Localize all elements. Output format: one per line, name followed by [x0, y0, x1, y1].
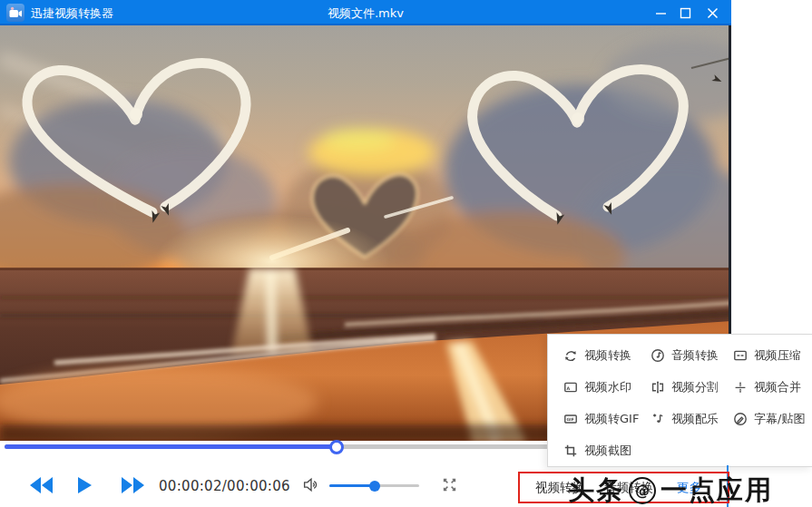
play-button[interactable]	[78, 477, 93, 497]
popup-item-label: 音频转换	[671, 347, 719, 364]
fast-forward-button[interactable]	[121, 477, 144, 497]
popup-item-subtitle-sticker[interactable]: 字幕/贴图	[733, 409, 805, 429]
popup-item-video-music[interactable]: 视频配乐	[651, 409, 719, 429]
popup-item-label: 视频配乐	[671, 411, 719, 427]
popup-item-audio-convert[interactable]: 音频转换	[651, 346, 719, 366]
footer-video-convert-button[interactable]: 视频转换	[535, 480, 584, 496]
split-video-icon	[651, 380, 665, 395]
convert-video-icon	[563, 348, 578, 363]
popup-item-label: 视频转换	[584, 347, 631, 364]
popup-item-video-to-gif[interactable]: GIF 视频转GIF	[563, 409, 639, 429]
popup-item-label: 视频分割	[671, 379, 719, 395]
compress-video-icon	[733, 348, 748, 363]
volume-icon[interactable]	[302, 475, 321, 498]
close-button[interactable]	[702, 4, 722, 22]
svg-text:A: A	[566, 386, 570, 391]
popup-item-label: 视频压缩	[754, 347, 801, 364]
popup-item-video-screenshot[interactable]: 视频截图	[563, 441, 631, 461]
screen: 迅捷视频转换器 视频文件.mkv	[0, 0, 812, 507]
gif-icon: GIF	[563, 412, 578, 426]
volume-fill	[329, 484, 375, 487]
titlebar: 迅捷视频转换器 视频文件.mkv	[0, 0, 731, 25]
popup-item-label: 视频截图	[584, 443, 631, 459]
blue-separator-line	[727, 465, 729, 507]
add-music-icon	[651, 412, 665, 426]
svg-text:GIF: GIF	[566, 417, 573, 422]
screenshot-icon	[563, 444, 578, 458]
time-display: 00:00:02/00:00:06	[159, 478, 290, 494]
app-name: 迅捷视频转换器	[31, 5, 113, 22]
progress-handle[interactable]	[329, 440, 344, 454]
minimize-button[interactable]	[651, 4, 670, 22]
subtitle-sticker-icon	[733, 412, 748, 426]
rewind-button[interactable]	[30, 477, 54, 497]
popup-item-label: 视频转GIF	[584, 411, 639, 427]
more-functions-popup: 视频转换 音频转换 视频压缩 A 视频水印	[547, 334, 812, 467]
footer-audio-convert-button[interactable]: 音频转换	[604, 480, 653, 496]
maximize-button[interactable]	[675, 4, 695, 22]
popup-item-video-convert[interactable]: 视频转换	[563, 346, 631, 366]
fullscreen-button[interactable]	[441, 476, 458, 497]
popup-item-label: 视频水印	[584, 379, 631, 395]
popup-item-label: 字幕/贴图	[754, 411, 805, 427]
volume-slider[interactable]	[329, 484, 419, 487]
merge-video-icon	[733, 380, 748, 395]
popup-item-video-split[interactable]: 视频分割	[651, 377, 719, 397]
convert-audio-icon	[651, 348, 665, 363]
popup-item-label: 视频合并	[754, 379, 801, 395]
watermark-icon: A	[563, 380, 578, 395]
popup-item-video-merge[interactable]: 视频合并	[733, 377, 801, 397]
volume-knob[interactable]	[369, 481, 380, 492]
progress-fill	[5, 444, 337, 449]
app-logo-icon	[6, 4, 24, 22]
popup-item-video-watermark[interactable]: A 视频水印	[563, 377, 631, 397]
watermark: 头条 @ 一点应用	[568, 473, 773, 507]
footer-more-button[interactable]: 更多	[677, 480, 701, 496]
popup-item-video-compress[interactable]: 视频压缩	[733, 346, 801, 366]
